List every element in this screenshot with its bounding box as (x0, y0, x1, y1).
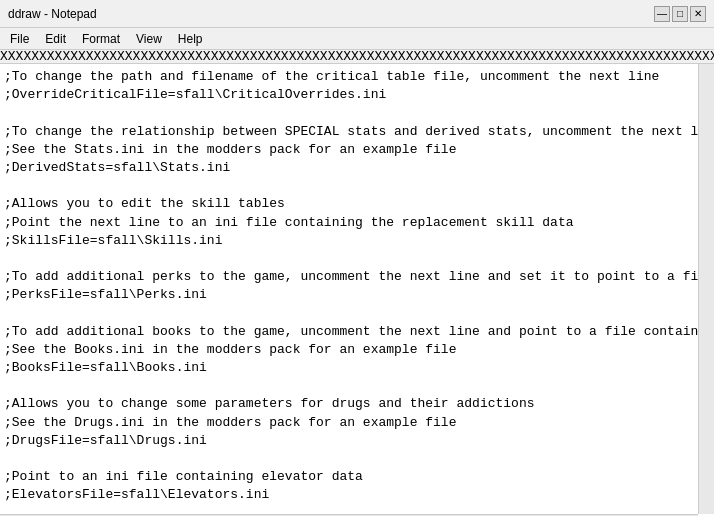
text-line: ;To change the relationship between SPEC… (4, 123, 710, 141)
text-line: ;BooksFile=sfall\Books.ini (4, 359, 710, 377)
horizontal-scroll-indicator: XXXXXXXXXXXXXXXXXXXXXXXXXXXXXXXXXXXXXXXX… (0, 50, 714, 64)
text-line: ;Point the next line to an ini file cont… (4, 214, 710, 232)
vertical-scrollbar[interactable] (698, 64, 714, 514)
menu-bar: File Edit Format View Help (0, 28, 714, 50)
menu-help[interactable]: Help (170, 30, 211, 48)
menu-view[interactable]: View (128, 30, 170, 48)
menu-file[interactable]: File (2, 30, 37, 48)
text-line: ;Allows you to edit the skill tables (4, 195, 710, 213)
text-line: ;OverrideCriticalFile=sfall\CriticalOver… (4, 86, 710, 104)
window-controls: — □ ✕ (654, 6, 706, 22)
text-line: ;DerivedStats=sfall\Stats.ini (4, 159, 710, 177)
text-line: ;See the Drugs.ini in the modders pack f… (4, 414, 710, 432)
menu-format[interactable]: Format (74, 30, 128, 48)
text-line (4, 377, 710, 395)
text-line: ;To add additional books to the game, un… (4, 323, 710, 341)
text-line: ;Allows you to change some parameters fo… (4, 395, 710, 413)
text-line: ;DrugsFile=sfall\Drugs.ini (4, 432, 710, 450)
minimize-button[interactable]: — (654, 6, 670, 22)
text-line: ;SkillsFile=sfall\Skills.ini (4, 232, 710, 250)
window-title: ddraw - Notepad (8, 7, 97, 21)
text-line (4, 177, 710, 195)
text-content-area[interactable]: ;To change the path and filename of the … (0, 64, 714, 516)
text-line: ;ElevatorsFile=sfall\Elevators.ini (4, 486, 710, 504)
text-line: ;To change the path and filename of the … (4, 68, 710, 86)
text-line: ;See the Stats.ini in the modders pack f… (4, 141, 710, 159)
menu-edit[interactable]: Edit (37, 30, 74, 48)
text-line (4, 250, 710, 268)
title-bar: ddraw - Notepad — □ ✕ (0, 0, 714, 28)
text-line (4, 450, 710, 468)
text-line: ;PerksFile=sfall\Perks.ini (4, 286, 710, 304)
text-line (4, 104, 710, 122)
maximize-button[interactable]: □ (672, 6, 688, 22)
text-line: ;See the Books.ini in the modders pack f… (4, 341, 710, 359)
text-line: ;Point to an ini file containing elevato… (4, 468, 710, 486)
editor-text: ;To change the path and filename of the … (4, 68, 710, 505)
text-line (4, 304, 710, 322)
close-button[interactable]: ✕ (690, 6, 706, 22)
text-line: ;To add additional perks to the game, un… (4, 268, 710, 286)
x-marks-text: XXXXXXXXXXXXXXXXXXXXXXXXXXXXXXXXXXXXXXXX… (0, 50, 714, 64)
